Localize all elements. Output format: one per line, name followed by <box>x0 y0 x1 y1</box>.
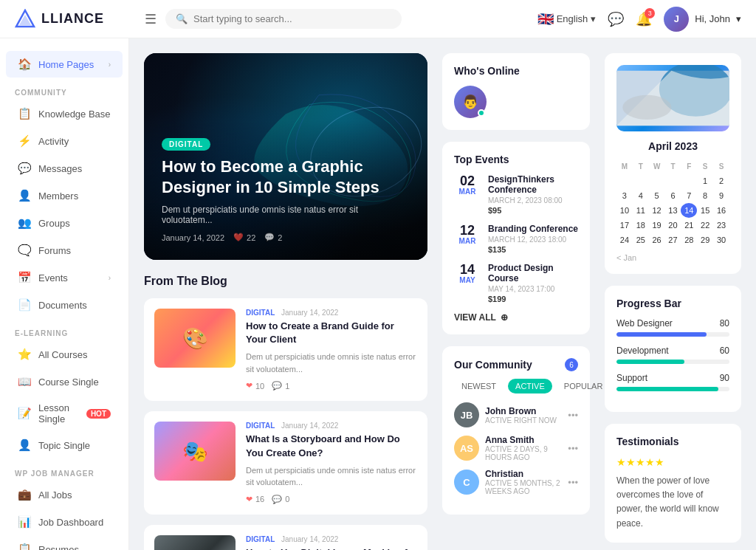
member-dots-2[interactable]: ••• <box>568 443 578 454</box>
blog-date-3: January 14, 2022 <box>281 535 338 543</box>
community-tab-active[interactable]: ACTIVE <box>508 379 552 393</box>
cal-day-cell[interactable]: 3 <box>616 188 633 203</box>
cal-day-cell[interactable]: 4 <box>633 188 649 203</box>
cal-day-cell[interactable]: 15 <box>697 203 713 218</box>
cal-day-cell[interactable]: 30 <box>713 233 729 247</box>
cal-day-cell[interactable]: 18 <box>633 218 649 233</box>
sidebar-item-events[interactable]: 📅 Events › <box>6 264 123 291</box>
cal-day-cell[interactable]: 5 <box>649 188 665 203</box>
event-item-3[interactable]: 14 MAY Product Design Course MAY 14, 202… <box>454 263 578 303</box>
hero-content: DIGITAL How to Become a Graphic Designer… <box>144 120 427 260</box>
member-dots-3[interactable]: ••• <box>568 477 578 488</box>
community-member-3[interactable]: C Christian ACTIVE 5 MONTHS, 2 WEEKS AGO… <box>454 469 578 495</box>
blog-likes-1[interactable]: ❤ 10 <box>246 381 264 391</box>
blog-title-1: How to Create a Brand Guide for Your Cli… <box>246 320 417 346</box>
cal-prev-icon[interactable]: < Jan <box>616 253 636 262</box>
community-tab-newest[interactable]: NEWEST <box>454 379 504 393</box>
blog-likes-2[interactable]: ❤ 16 <box>246 495 264 504</box>
blog-thumb-art-3: 🎯 <box>154 535 236 550</box>
sidebar-item-course-single[interactable]: 📖 Course Single <box>6 368 123 395</box>
kb-icon: 📋 <box>18 107 31 120</box>
blog-comments-2[interactable]: 💬 0 <box>272 495 289 504</box>
language-selector[interactable]: 🇬🇧 English ▾ <box>537 11 597 27</box>
member-dots-1[interactable]: ••• <box>568 410 578 421</box>
cal-day-cell[interactable]: 20 <box>665 218 681 233</box>
blog-title-2: What Is a Storyboard and How Do You Crea… <box>246 433 417 459</box>
calendar-navigation: < Jan <box>616 253 729 262</box>
sidebar-item-all-jobs[interactable]: 💼 All Jobs <box>6 481 123 508</box>
hamburger-icon[interactable]: ☰ <box>145 11 157 27</box>
user-menu[interactable]: J Hi, John ▾ <box>664 7 741 32</box>
cal-day-t: T <box>633 159 649 173</box>
cal-day-cell[interactable]: 11 <box>633 203 649 218</box>
event-item-2[interactable]: 12 MAR Branding Conference MARCH 12, 202… <box>454 224 578 254</box>
cal-day-cell <box>681 173 697 188</box>
blog-card-3[interactable]: 🎯 DIGITAL January 14, 2022 How to Use Di… <box>144 525 427 550</box>
blog-meta-3: DIGITAL January 14, 2022 <box>246 535 417 543</box>
notification-bell[interactable]: 🔔 3 <box>636 11 652 27</box>
sidebar-item-resumes[interactable]: 📋 Resumes <box>6 536 123 550</box>
cal-day-cell <box>616 173 633 188</box>
sidebar-course-single-label: Course Single <box>38 377 99 388</box>
sidebar-item-job-dashboard[interactable]: 📊 Job Dashboard <box>6 509 123 535</box>
chat-icon[interactable]: 💬 <box>608 11 624 27</box>
cal-day-cell[interactable]: 24 <box>616 233 633 247</box>
event-item-1[interactable]: 02 MAR DesignThinkers Conference MARCH 2… <box>454 174 578 215</box>
sidebar-home-label: Home Pages <box>38 59 94 70</box>
blog-actions-2: ❤ 16 💬 0 <box>246 495 417 504</box>
prog-bar-support <box>616 387 729 391</box>
comment-icon: 💬 <box>272 381 282 391</box>
cal-day-cell[interactable]: 21 <box>681 218 697 233</box>
prog-fill-web <box>616 332 707 337</box>
sidebar-item-forums[interactable]: 🗨️ Forums <box>6 237 123 264</box>
cal-day-cell[interactable]: 9 <box>713 188 729 203</box>
blog-thumb-art-2: 🎭 <box>154 422 236 481</box>
cal-day-cell[interactable]: 8 <box>697 188 713 203</box>
blog-card-1[interactable]: 🎨 DIGITAL January 14, 2022 How to Create… <box>144 298 427 401</box>
cal-day-cell[interactable]: 29 <box>697 233 713 247</box>
sidebar-topic-label: Topic Single <box>38 440 90 451</box>
cal-day-cell[interactable]: 6 <box>665 188 681 203</box>
section-wp-job: WP JOB MANAGER <box>0 459 128 481</box>
sidebar-item-all-courses[interactable]: ⭐ All Courses <box>6 341 123 368</box>
search-bar[interactable]: 🔍 <box>165 9 402 29</box>
sidebar-item-documents[interactable]: 📄 Documents <box>6 292 123 318</box>
cal-day-cell[interactable]: 2 <box>713 173 729 188</box>
cal-day-cell[interactable]: 23 <box>713 218 729 233</box>
cal-day-cell[interactable]: 16 <box>713 203 729 218</box>
sidebar-item-topic-single[interactable]: 👤 Topic Single <box>6 432 123 458</box>
sidebar-item-groups[interactable]: 👥 Groups <box>6 210 123 236</box>
sidebar-item-knowledge-base[interactable]: 📋 Knowledge Base <box>6 100 123 127</box>
cal-day-cell[interactable]: 17 <box>616 218 633 233</box>
blog-comments-1[interactable]: 💬 1 <box>272 381 289 391</box>
cal-day-cell[interactable]: 7 <box>681 188 697 203</box>
view-all-button[interactable]: VIEW ALL ⊕ <box>454 312 578 323</box>
online-user-avatar[interactable]: 👨 <box>454 86 487 118</box>
cal-day-cell[interactable]: 10 <box>616 203 633 218</box>
cal-day-cell[interactable]: 25 <box>633 233 649 247</box>
blog-card-2[interactable]: 🎭 DIGITAL January 14, 2022 What Is a Sto… <box>144 411 427 514</box>
cal-day-cell[interactable]: 27 <box>665 233 681 247</box>
blog-section: From The Blog 🎨 DIGITAL January 14, 2022… <box>144 275 427 550</box>
cal-day-cell[interactable]: 12 <box>649 203 665 218</box>
cal-day-cell[interactable]: 1 <box>697 173 713 188</box>
search-input[interactable] <box>193 13 391 24</box>
cal-day-cell[interactable]: 14 <box>681 203 697 218</box>
community-tab-popular[interactable]: POPULAR <box>557 379 611 393</box>
cal-day-cell[interactable]: 28 <box>681 233 697 247</box>
svg-point-5 <box>622 95 671 120</box>
sidebar-item-lesson-single[interactable]: 📝 Lesson Single HOT <box>6 396 123 431</box>
cal-day-cell[interactable]: 26 <box>649 233 665 247</box>
cal-day-cell[interactable]: 19 <box>649 218 665 233</box>
community-member-2[interactable]: AS Anna Smith ACTIVE 2 DAYS, 9 HOURS AGO… <box>454 435 578 461</box>
blog-actions-1: ❤ 10 💬 1 <box>246 381 417 391</box>
sidebar-item-members[interactable]: 👤 Members <box>6 182 123 209</box>
hero-card[interactable]: DIGITAL How to Become a Graphic Designer… <box>144 53 427 260</box>
cal-day-cell[interactable]: 22 <box>697 218 713 233</box>
community-member-1[interactable]: JB John Brown ACTIVE RIGHT NOW ••• <box>454 402 578 427</box>
sidebar: 🏠 Home Pages › COMMUNITY 📋 Knowledge Bas… <box>0 38 129 550</box>
sidebar-item-messages[interactable]: 💬 Messages <box>6 155 123 182</box>
sidebar-item-home[interactable]: 🏠 Home Pages › <box>6 51 123 78</box>
cal-day-cell[interactable]: 13 <box>665 203 681 218</box>
sidebar-item-activity[interactable]: ⚡ Activity <box>6 128 123 154</box>
